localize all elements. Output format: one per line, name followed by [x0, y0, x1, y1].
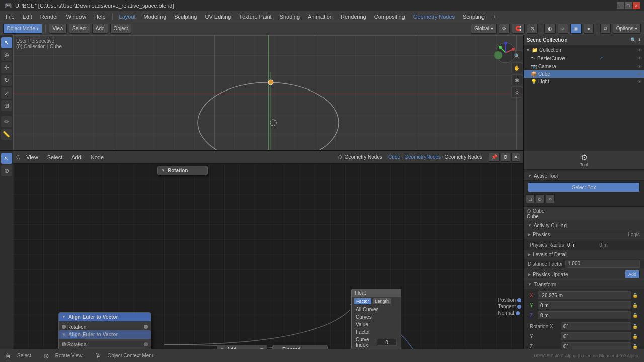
tool-select[interactable]: ↖ [1, 37, 12, 48]
snap-btn[interactable]: 🧲 [512, 24, 525, 34]
active-tool-collapse[interactable]: ▼ Active Tool [524, 172, 644, 181]
breadcrumb-geonodes[interactable]: GeometryNodes [404, 154, 441, 160]
node-tool-select[interactable]: ↖ [1, 153, 12, 164]
tool-transform[interactable]: ⊞ [1, 100, 12, 111]
node-add-btn[interactable]: Add [68, 153, 85, 161]
close-button[interactable]: ✕ [633, 2, 640, 9]
mode-icon-2[interactable]: ◇ [536, 194, 545, 203]
rotation-z-input[interactable] [561, 342, 631, 349]
tool-move[interactable]: ✛ [1, 62, 12, 73]
popup-curve-index-value[interactable]: 0 [377, 339, 397, 346]
tree-item-camera[interactable]: 📷 Camera 👁 [524, 63, 644, 70]
tree-item-cube[interactable]: 📦 Cube 👁 [524, 70, 644, 78]
rotation-y-lock[interactable]: 🔒 [632, 334, 638, 339]
menu-help[interactable]: Help [91, 13, 109, 21]
maximize-button[interactable]: □ [625, 2, 632, 9]
options-btn[interactable]: Options ▾ [613, 24, 641, 34]
node-header-btn2[interactable]: ⚙ [501, 153, 510, 162]
menu-render[interactable]: Render [37, 13, 62, 21]
viewport-3d[interactable]: User Perspective (0) Collection | Cube 🔍… [13, 35, 523, 150]
filter-icon[interactable]: 🔍 [630, 37, 636, 43]
breadcrumb-geonodes2[interactable]: Geometry Nodes [444, 154, 482, 160]
mode-selector[interactable]: Object Mode ▾ [3, 24, 42, 34]
select-btn[interactable]: Select [69, 24, 90, 34]
workspace-texture-paint[interactable]: Texture Paint [235, 13, 275, 21]
tree-item-beziercurve[interactable]: 〜 BezierCurve ↗ 👁 [524, 54, 644, 63]
location-y-input[interactable] [538, 301, 631, 309]
add-collapse[interactable]: ▼ [220, 347, 224, 349]
transform-collapse[interactable]: ▼ Transform [524, 280, 644, 289]
camera-eye-icon[interactable]: 👁 [637, 64, 642, 69]
workspace-compositing[interactable]: Compositing [371, 13, 409, 21]
tool-annotate[interactable]: ✏ [1, 116, 12, 127]
align-euler-node-2[interactable]: ▼ Align Euler to Vector Rotation X Y Z [58, 330, 151, 349]
levels-of-detail-collapse[interactable]: ▶ Levels of Detail [524, 250, 644, 259]
popup-item-curve-index[interactable]: Curve Index 0 [352, 336, 401, 349]
tool-scale[interactable]: ⤢ [1, 87, 12, 99]
rotation-x-lock[interactable]: 🔒 [632, 324, 638, 329]
tree-item-collection[interactable]: ▼ 📁 Collection 👁 [524, 46, 644, 54]
minimize-button[interactable]: ─ [617, 2, 624, 9]
popup-item-all-curves[interactable]: All Curves [352, 306, 401, 313]
node-tool-2[interactable]: ⊕ [1, 165, 12, 176]
add-node[interactable]: ▼ Add Add Clamp [217, 345, 267, 349]
activity-culling-collapse[interactable]: ▼ Activity Culling [524, 221, 644, 230]
distance-factor-value[interactable]: 1.000 [565, 260, 640, 268]
rotation-x-input[interactable] [561, 322, 631, 330]
curve-info-popup[interactable]: Float Factor Length All Curves Curves Va… [351, 289, 401, 349]
viewport-shading-3[interactable]: ◉ [570, 24, 582, 34]
viewport-shading-4[interactable]: ● [584, 24, 594, 34]
popup-item-factor[interactable]: Factor [352, 328, 401, 336]
menu-edit[interactable]: Edit [19, 13, 36, 21]
location-x-input[interactable] [538, 291, 631, 299]
viewport-shading-1[interactable]: ◐ [544, 24, 556, 34]
rotation-collapse[interactable]: ▼ [161, 168, 165, 173]
popup-item-value[interactable]: Value [352, 321, 401, 328]
node-select-btn[interactable]: Select [44, 153, 66, 161]
select-box-button[interactable]: Select Box [528, 182, 640, 192]
floored-modulo-node[interactable]: ▼ Floored Modulo Floored Modulo Clamp [272, 345, 328, 349]
tool-cursor[interactable]: ⊕ [1, 50, 12, 61]
workspace-rendering[interactable]: Rendering [337, 13, 370, 21]
location-y-lock[interactable]: 🔒 [632, 303, 638, 308]
ae1-collapse[interactable]: ▼ [62, 315, 66, 319]
beziercurve-link-icon[interactable]: ↗ [599, 56, 603, 61]
light-eye-icon[interactable]: 👁 [637, 79, 642, 84]
node-node-btn[interactable]: Node [87, 153, 107, 161]
location-x-lock[interactable]: 🔒 [632, 293, 638, 298]
menu-window[interactable]: Window [63, 13, 90, 21]
transform-mode[interactable]: ⟳ [499, 24, 510, 34]
popup-tab-length[interactable]: Length [373, 298, 392, 305]
add-collection-icon[interactable]: + [638, 37, 641, 43]
node-header-btn1[interactable]: 📌 [489, 153, 500, 162]
workspace-layout[interactable]: Layout [116, 13, 139, 21]
node-view-btn[interactable]: View [23, 153, 42, 161]
mode-icon-3[interactable]: ○ [546, 194, 555, 203]
physics-update-collapse[interactable]: ▶ Physics Update Add [524, 268, 644, 280]
workspace-add[interactable]: + [489, 13, 499, 21]
tree-item-light[interactable]: 💡 Light 👁 [524, 78, 644, 85]
beziercurve-eye-icon[interactable]: 👁 [637, 56, 642, 61]
collection-eye-icon[interactable]: 👁 [637, 48, 642, 53]
cube-eye-icon[interactable]: 👁 [637, 72, 642, 77]
tool-measure[interactable]: 📏 [1, 129, 12, 140]
workspace-uv-editing[interactable]: UV Editing [201, 13, 234, 21]
global-selector[interactable]: Global ▾ [471, 24, 497, 34]
tool-rotate[interactable]: ↻ [1, 75, 12, 86]
overlay-btn[interactable]: ⧉ [600, 24, 611, 34]
workspace-shading[interactable]: Shading [276, 13, 303, 21]
workspace-sculpting[interactable]: Sculpting [171, 13, 200, 21]
vp-tool-3[interactable]: ◉ [511, 74, 522, 85]
workspace-scripting[interactable]: Scripting [459, 13, 488, 21]
breadcrumb-cube[interactable]: Cube [388, 154, 400, 160]
workspace-animation[interactable]: Animation [304, 13, 336, 21]
viewport-shading-2[interactable]: ○ [558, 24, 568, 34]
vp-tool-4[interactable]: ⚙ [511, 86, 522, 98]
add-btn[interactable]: Add [92, 24, 108, 34]
workspace-geometry-nodes[interactable]: Geometry Nodes [410, 13, 458, 21]
node-canvas[interactable]: ▼ Rotation ▼ Align Euler to Vector Rotat… [13, 164, 523, 349]
rotation-z-lock[interactable]: 🔒 [632, 344, 638, 349]
rotation-node[interactable]: ▼ Rotation [157, 166, 208, 175]
node-header-close[interactable]: ✕ [511, 153, 520, 162]
physics-section-collapse[interactable]: ▶ Physics Logic [524, 230, 644, 239]
